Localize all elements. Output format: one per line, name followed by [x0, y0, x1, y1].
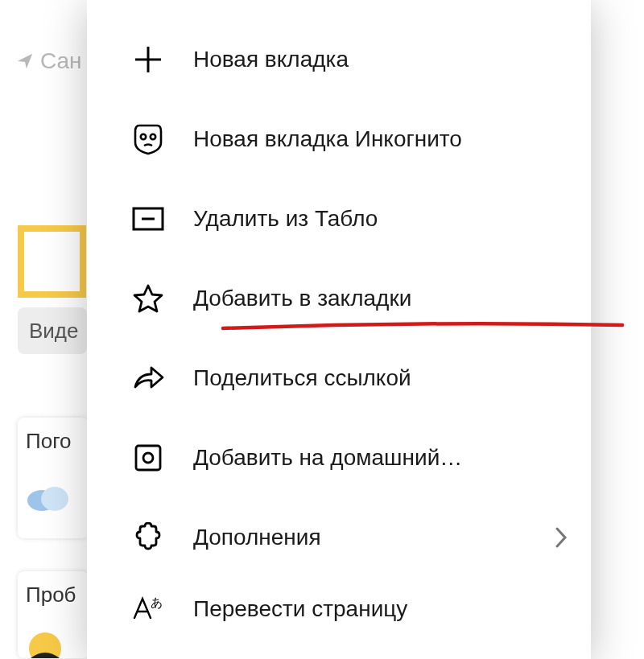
browser-menu: Новая вкладка Новая вкладка Инкогнито Уд…: [87, 0, 591, 659]
location-indicator: Сан: [16, 48, 82, 74]
svg-rect-9: [136, 446, 160, 470]
menu-item-new-tab[interactable]: Новая вкладка: [87, 19, 591, 99]
star-icon: [130, 281, 166, 316]
remove-tablo-icon: [130, 201, 166, 237]
menu-item-share-link[interactable]: Поделиться ссылкой: [87, 338, 591, 418]
menu-item-extensions[interactable]: Дополнения: [87, 497, 591, 577]
location-text: Сан: [40, 48, 82, 74]
menu-item-label: Новая вкладка: [193, 47, 568, 72]
plus-icon: [130, 42, 166, 77]
svg-point-5: [141, 134, 146, 138]
svg-point-1: [41, 487, 68, 511]
video-chip[interactable]: Виде: [18, 307, 87, 354]
svg-point-10: [143, 453, 153, 463]
menu-item-label: Поделиться ссылкой: [193, 365, 568, 391]
search-box-partial[interactable]: [18, 225, 86, 298]
menu-item-label: Добавить в закладки: [193, 286, 568, 311]
video-chip-label: Виде: [29, 319, 79, 344]
location-arrow-icon: [16, 52, 34, 70]
menu-item-add-bookmark[interactable]: Добавить в закладки: [87, 258, 591, 338]
weather-card-title: Пого: [26, 429, 72, 453]
menu-item-label: Добавить на домашний…: [193, 445, 568, 471]
menu-item-label: Перевести страницу: [193, 596, 568, 622]
menu-item-remove-from-tablo[interactable]: Удалить из Табло: [87, 179, 591, 258]
share-icon: [130, 360, 166, 396]
menu-item-add-to-homescreen[interactable]: Добавить на домашний…: [87, 418, 591, 497]
weather-card-partial[interactable]: Пого: [18, 418, 89, 538]
menu-item-label: Новая вкладка Инкогнито: [193, 126, 568, 152]
svg-text:あ: あ: [151, 595, 163, 609]
cloud-icon: [26, 481, 71, 512]
menu-item-label: Дополнения: [193, 525, 554, 550]
menu-item-incognito[interactable]: Новая вкладка Инкогнито: [87, 99, 591, 179]
extensions-icon: [130, 520, 166, 555]
chevron-right-icon: [554, 525, 568, 550]
incognito-icon: [130, 122, 166, 157]
menu-item-translate[interactable]: あ Перевести страницу: [87, 577, 591, 641]
traffic-sun-icon: [26, 626, 64, 658]
svg-point-6: [151, 134, 155, 138]
add-home-icon: [130, 440, 166, 476]
translate-icon: あ: [130, 591, 166, 627]
menu-item-label: Удалить из Табло: [193, 206, 568, 232]
traffic-card-title: Проб: [26, 583, 76, 607]
